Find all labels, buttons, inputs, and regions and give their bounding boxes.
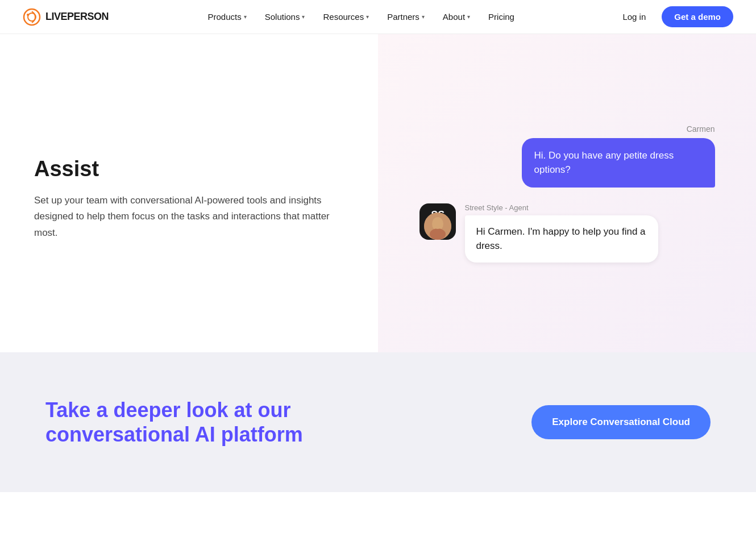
main-nav: LIVEPERSON Products ▾ Solutions ▾ Resour…	[0, 0, 756, 34]
nav-item-about[interactable]: About ▾	[435, 7, 478, 26]
svg-point-2	[27, 14, 29, 16]
customer-name-label: Carmen	[419, 124, 715, 134]
nav-link-partners[interactable]: Partners ▾	[379, 7, 433, 26]
nav-item-pricing[interactable]: Pricing	[480, 7, 522, 26]
svg-point-6	[433, 219, 443, 229]
chevron-down-icon: ▾	[302, 14, 305, 20]
nav-link-about[interactable]: About ▾	[435, 7, 478, 26]
nav-links: Products ▾ Solutions ▾ Resources ▾ Partn…	[200, 7, 522, 26]
chevron-down-icon: ▾	[467, 14, 470, 20]
login-button[interactable]: Log in	[613, 7, 655, 26]
logo-icon	[23, 8, 41, 26]
agent-chat-bubble: Hi Carmen. I'm happy to help you find a …	[465, 215, 658, 263]
customer-chat-bubble: Hi. Do you have any petite dress options…	[522, 138, 715, 188]
assist-title: Assist	[34, 157, 344, 181]
nav-link-resources[interactable]: Resources ▾	[315, 7, 377, 26]
chevron-down-icon: ▾	[422, 14, 425, 20]
cta-section: Take a deeper look at our conversational…	[0, 352, 756, 492]
chat-container: Carmen Hi. Do you have any petite dress …	[408, 102, 726, 285]
nav-link-solutions[interactable]: Solutions ▾	[257, 7, 313, 26]
left-panel: Assist Set up your team with conversatio…	[0, 34, 378, 352]
right-panel: Carmen Hi. Do you have any petite dress …	[378, 34, 756, 352]
nav-link-pricing[interactable]: Pricing	[480, 7, 522, 26]
agent-name-label: Street Style - Agent	[465, 203, 715, 212]
logo-text: LIVEPERSON	[45, 11, 109, 23]
nav-item-partners[interactable]: Partners ▾	[379, 7, 433, 26]
chevron-down-icon: ▾	[366, 14, 369, 20]
agent-face-svg	[424, 213, 451, 240]
get-demo-button[interactable]: Get a demo	[662, 6, 733, 27]
nav-actions: Log in Get a demo	[613, 6, 733, 27]
logo[interactable]: LIVEPERSON	[23, 8, 109, 26]
chevron-down-icon: ▾	[244, 14, 247, 20]
nav-item-resources[interactable]: Resources ▾	[315, 7, 377, 26]
agent-photo	[424, 213, 451, 240]
agent-message-row: SS Street Style - Agent Hi Carmen. I'm h…	[419, 203, 715, 263]
nav-link-products[interactable]: Products ▾	[200, 7, 255, 26]
agent-avatar: SS	[419, 203, 456, 240]
nav-item-products[interactable]: Products ▾	[200, 7, 255, 26]
cta-heading: Take a deeper look at our conversational…	[45, 398, 330, 447]
explore-button[interactable]: Explore Conversational Cloud	[531, 405, 711, 439]
assist-description: Set up your team with conversational AI-…	[34, 193, 330, 240]
main-content: Assist Set up your team with conversatio…	[0, 34, 756, 352]
svg-point-5	[430, 228, 446, 240]
agent-message-col: Street Style - Agent Hi Carmen. I'm happ…	[465, 203, 715, 263]
nav-item-solutions[interactable]: Solutions ▾	[257, 7, 313, 26]
customer-message-group: Carmen Hi. Do you have any petite dress …	[419, 124, 715, 188]
